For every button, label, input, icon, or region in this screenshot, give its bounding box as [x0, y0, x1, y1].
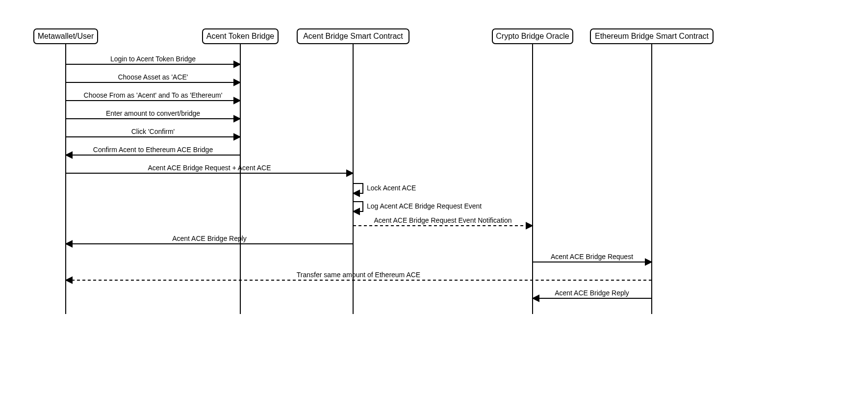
participant-label: Metawallet/User	[38, 32, 94, 40]
participant-label: Crypto Bridge Oracle	[496, 32, 569, 40]
message-label: Acent ACE Bridge Reply	[172, 235, 247, 242]
message-label: Acent ACE Bridge Request	[551, 253, 633, 261]
message-label: Log Acent ACE Bridge Request Event	[367, 202, 482, 210]
participant-acent-token-bridge: Acent Token Bridge	[203, 29, 278, 44]
message-label: Lock Acent ACE	[367, 184, 416, 192]
message-label: Choose Asset as 'ACE'	[118, 73, 188, 81]
participant-label: Ethereum Bridge Smart Contract	[595, 32, 709, 40]
participant-acent-bridge-smart-contract: Acent Bridge Smart Contract	[297, 29, 409, 44]
participant-label: Acent Bridge Smart Contract	[303, 32, 403, 40]
participant-ethereum-bridge-smart-contract: Ethereum Bridge Smart Contract	[590, 29, 713, 44]
message-label: Acent ACE Bridge Request + Acent ACE	[148, 164, 271, 172]
self-message-arrow	[353, 202, 363, 211]
message-label: Confirm Acent to Ethereum ACE Bridge	[93, 146, 213, 154]
participant-label: Acent Token Bridge	[206, 32, 275, 40]
message-label: Click 'Confirm'	[131, 128, 175, 135]
message-label: Login to Acent Token Bridge	[110, 55, 196, 63]
participant-metawallet-user: Metawallet/User	[34, 29, 98, 44]
message-label: Choose From as 'Acent' and To as 'Ethere…	[84, 91, 223, 99]
participant-crypto-bridge-oracle: Crypto Bridge Oracle	[492, 29, 573, 44]
message-label: Acent ACE Bridge Reply	[555, 289, 629, 297]
self-message-arrow	[353, 183, 363, 193]
message-label: Transfer same amount of Ethereum ACE	[297, 271, 420, 279]
message-label: Acent ACE Bridge Request Event Notificat…	[374, 216, 512, 224]
message-label: Enter amount to convert/bridge	[106, 109, 200, 117]
sequence-diagram: Metawallet/User Acent Token Bridge Acent…	[0, 0, 868, 393]
